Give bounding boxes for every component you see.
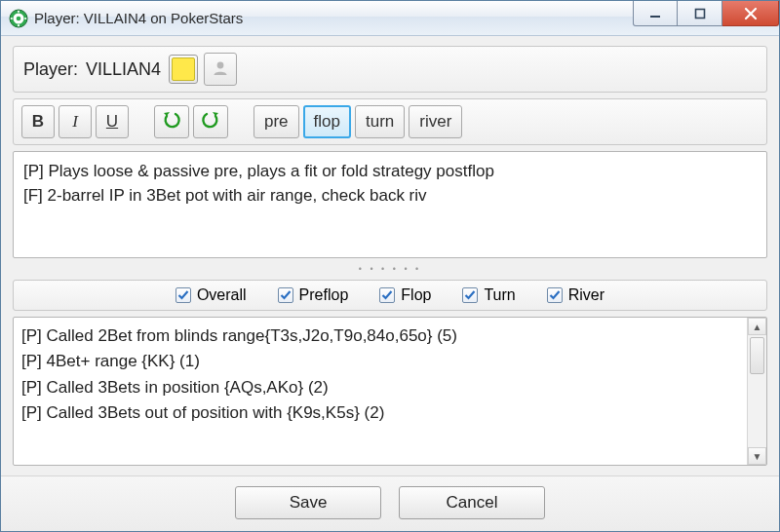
app-icon xyxy=(9,9,28,28)
scroll-up-icon[interactable]: ▲ xyxy=(748,318,766,335)
note-line: [F] 2-barrel IP in 3Bet pot with air ran… xyxy=(23,184,757,209)
player-header: Player: VILLIAN4 xyxy=(13,46,767,93)
window-buttons xyxy=(633,1,779,35)
svg-point-2 xyxy=(17,16,21,20)
client-area: Player: VILLIAN4 B I U xyxy=(1,36,779,475)
italic-button[interactable]: I xyxy=(58,105,92,138)
street-turn-button[interactable]: turn xyxy=(355,105,405,138)
list-item[interactable]: [P] Called 3Bets in position {AQs,AKo} (… xyxy=(21,375,739,400)
minimize-button[interactable] xyxy=(633,1,678,26)
player-name: VILLIAN4 xyxy=(86,59,161,80)
filter-label: Turn xyxy=(484,286,515,304)
undo-button[interactable] xyxy=(154,105,189,138)
list-item[interactable]: [P] Called 3Bets out of position with {K… xyxy=(21,400,739,426)
underline-button[interactable]: U xyxy=(96,105,129,138)
svg-point-4 xyxy=(18,24,20,26)
filter-label: River xyxy=(568,286,604,304)
history-list: [P] Called 2Bet from blinds range{T3s,J2… xyxy=(13,317,767,466)
filter-flop[interactable]: Flop xyxy=(379,286,431,304)
splitter-grip[interactable]: • • • • • • xyxy=(13,264,767,274)
street-flop-button[interactable]: flop xyxy=(303,105,351,138)
street-pre-button[interactable]: pre xyxy=(254,105,299,138)
scroll-thumb[interactable] xyxy=(750,337,764,374)
list-item[interactable]: [P] Called 2Bet from blinds range{T3s,J2… xyxy=(21,323,739,349)
filter-preflop[interactable]: Preflop xyxy=(278,286,349,304)
cancel-button[interactable]: Cancel xyxy=(399,486,545,519)
filter-river[interactable]: River xyxy=(547,286,604,304)
checkbox-icon xyxy=(547,287,563,303)
filter-overall[interactable]: Overall xyxy=(176,286,247,304)
undo-icon xyxy=(161,108,182,135)
filter-label: Preflop xyxy=(299,286,349,304)
maximize-button[interactable] xyxy=(678,1,722,26)
person-icon xyxy=(211,58,230,81)
window-title: Player: VILLAIN4 on PokerStars xyxy=(34,10,243,26)
player-label: Player: xyxy=(23,59,78,80)
color-swatch-button[interactable] xyxy=(169,55,198,84)
footer: Save Cancel xyxy=(1,475,779,531)
filter-bar: Overall Preflop Flop Turn xyxy=(13,280,767,311)
history-list-body[interactable]: [P] Called 2Bet from blinds range{T3s,J2… xyxy=(14,318,747,465)
checkbox-icon xyxy=(278,287,293,303)
note-line: [P] Plays loose & passive pre, plays a f… xyxy=(23,160,757,184)
toolbar: B I U pre flop turn river xyxy=(13,98,767,145)
window: Player: VILLAIN4 on PokerStars Player: V… xyxy=(0,0,780,532)
svg-point-5 xyxy=(11,17,13,19)
svg-point-6 xyxy=(24,17,26,19)
save-button[interactable]: Save xyxy=(235,486,381,519)
list-item[interactable]: [P] 4Bet+ range {KK} (1) xyxy=(21,349,739,374)
checkbox-icon xyxy=(379,287,395,303)
svg-rect-8 xyxy=(695,9,704,18)
filter-turn[interactable]: Turn xyxy=(462,286,515,304)
close-button[interactable] xyxy=(722,1,779,26)
person-button[interactable] xyxy=(204,53,237,86)
bold-button[interactable]: B xyxy=(21,105,55,138)
checkbox-icon xyxy=(462,287,478,303)
scrollbar[interactable]: ▲ ▼ xyxy=(747,318,766,465)
redo-button[interactable] xyxy=(193,105,228,138)
svg-point-9 xyxy=(217,61,224,68)
svg-point-3 xyxy=(18,10,20,12)
scroll-down-icon[interactable]: ▼ xyxy=(748,447,766,465)
titlebar: Player: VILLAIN4 on PokerStars xyxy=(1,1,779,36)
notes-textarea[interactable]: [P] Plays loose & passive pre, plays a f… xyxy=(13,151,767,258)
filter-label: Overall xyxy=(197,286,247,304)
redo-icon xyxy=(200,108,221,135)
street-river-button[interactable]: river xyxy=(409,105,462,138)
color-swatch xyxy=(172,57,195,81)
filter-label: Flop xyxy=(401,286,431,304)
checkbox-icon xyxy=(176,287,191,303)
svg-rect-7 xyxy=(650,16,660,18)
